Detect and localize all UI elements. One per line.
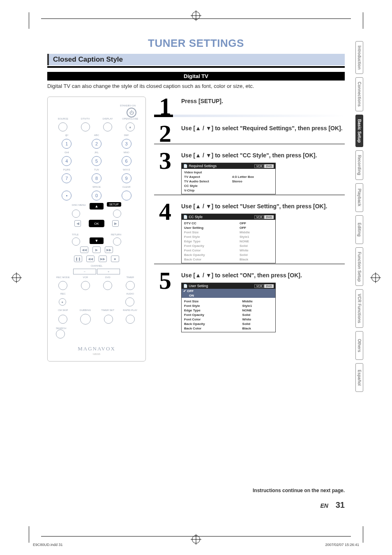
rec-icon: ● <box>59 298 66 306</box>
osd-row-label: CC Style <box>184 184 226 188</box>
page-title: TUNER SETTINGS <box>47 37 345 50</box>
osd-row-value: OFF <box>233 226 273 230</box>
step-number: 3 <box>154 151 176 194</box>
osd-tab-vcr: VCR <box>254 215 264 219</box>
setup-highlight: SETUP <box>107 202 121 207</box>
osd-cc-style: 📄 CC Style VCRDVD DTV CCOFF User Setting… <box>181 214 276 263</box>
osd-row-value <box>226 170 273 175</box>
osd-row-label: Font Size <box>184 299 236 304</box>
remote-button <box>56 329 65 339</box>
osd-row-label: Font Color <box>184 317 236 322</box>
step-instruction: Use [▲ / ▼] to select "CC Style", then p… <box>181 152 345 159</box>
section-underline <box>47 66 345 68</box>
osd-row-value: White <box>233 248 273 253</box>
num-blank <box>122 191 131 200</box>
osd-row-value: Style1 <box>236 304 278 308</box>
tuv-label: TUV <box>85 168 108 171</box>
vcr-label: VCR <box>75 276 96 279</box>
abc-label: ABC <box>85 134 108 136</box>
timerset-label: TIMER SET <box>97 309 118 311</box>
remote-button <box>58 122 67 131</box>
step-instruction: Use [▲ / ▼] to select "User Setting", th… <box>181 203 345 210</box>
dpad: DISC MENU SETUP ▲ ◀ OK ▶ ▼ TITLE RETURN <box>72 203 121 244</box>
osd-title: User Setting <box>189 284 208 288</box>
remote-illustration: STANDBY-ON SOURCE DTV/TV DISPLAY OPEN/CL… <box>47 97 146 362</box>
tab-espanol: Español <box>355 363 363 392</box>
osd-row-label: Back Opacity <box>184 253 233 257</box>
eject-icon: ▲ <box>126 122 135 131</box>
registration-mark <box>192 535 200 543</box>
rew-icon: ◀◀ <box>80 246 88 253</box>
num-6: 6 <box>122 156 131 166</box>
search-label: SEARCH <box>56 327 141 329</box>
ok-highlight: OK <box>89 220 104 227</box>
tab-vcr-functions: VCR Functions <box>355 289 363 328</box>
ch-up: + <box>97 269 120 274</box>
osd-row-value: Middle <box>236 299 278 304</box>
osd-row-label: Font Opacity <box>184 244 233 248</box>
osd-row-value: 4:3 Letter Box <box>226 175 273 179</box>
section-header: Closed Caption Style <box>47 54 345 65</box>
audio-label: AUDIO <box>120 292 141 295</box>
num-3: 3 <box>122 139 131 149</box>
remote-button <box>72 237 80 246</box>
remote-button <box>126 281 135 290</box>
timer-label: TIMER <box>120 276 141 279</box>
osd-row-label: Font Style <box>184 304 236 308</box>
num-2: 2 <box>92 139 101 149</box>
osd-row-value: Black <box>233 257 273 262</box>
num-4: 4 <box>62 156 71 166</box>
skipback-icon: ◀◀ <box>86 256 95 262</box>
osd-row-label: TV Audio Select <box>184 179 226 184</box>
right-arrow-icon: ▶ <box>112 220 119 227</box>
remote-button <box>126 315 135 324</box>
osd-row-label: Edge Type <box>184 308 236 313</box>
page-num-value: 31 <box>336 500 345 509</box>
step-instruction: Press [SETUP]. <box>181 97 345 105</box>
osd-row-value: Black <box>236 326 278 331</box>
step-number: 2 <box>154 124 176 143</box>
registration-mark <box>12 274 21 282</box>
recmode-label: REC MODE <box>53 276 74 279</box>
continue-note: Instructions continue on the next page. <box>253 488 345 493</box>
osd-row-value: Solid <box>233 244 273 248</box>
play-icon: ▶ <box>92 246 101 253</box>
crop-mark <box>29 12 37 29</box>
step-1: 1 Press [SETUP]. <box>154 97 345 116</box>
step-number: 1 <box>154 97 176 116</box>
osd-row-label: Edge Type <box>184 239 233 244</box>
osd-row-value: Middle <box>233 230 273 235</box>
divider <box>154 144 345 144</box>
num-8: 8 <box>92 173 101 183</box>
osd-title: Required Settings <box>189 164 217 168</box>
tab-recording: Recording <box>355 150 363 180</box>
discmenu-label: DISC MENU <box>72 204 86 206</box>
wxyz-label: WXYZ <box>115 168 138 171</box>
abc-label: @! <box>56 134 78 136</box>
registration-mark <box>371 274 380 282</box>
osd-row-value: Solid <box>236 322 278 326</box>
osd-hl-on: ON <box>182 293 275 298</box>
mno-label: MNO <box>115 151 138 154</box>
digital-tv-bar: Digital TV <box>47 72 345 81</box>
remote-button <box>125 297 134 306</box>
osd-tab-vcr: VCR <box>254 164 264 168</box>
osd-title: CC Style <box>189 215 203 219</box>
left-arrow-icon: ◀ <box>74 220 81 227</box>
ghi-label: GHI <box>56 151 78 154</box>
osd-row-value: NONE <box>236 308 278 313</box>
step-instruction: Use [▲ / ▼] to select "ON", then press [… <box>181 272 345 279</box>
intro-text: Digital TV can also change the style of … <box>47 83 345 89</box>
tab-function-setup: Function Setup <box>355 247 363 286</box>
openclose-label: OPEN/CLOSE <box>120 117 141 120</box>
osd-row-value: Solid <box>233 253 273 257</box>
num-1: 1 <box>62 139 71 149</box>
remote-button <box>58 315 67 324</box>
tab-basic-setup: Basic Setup <box>355 115 363 147</box>
power-icon <box>127 108 136 117</box>
osd-tab-vcr: VCR <box>254 284 264 288</box>
rapidplay-label: RAPID PLAY <box>120 309 141 311</box>
page-lang: EN <box>320 502 328 509</box>
osd-tab-dvd: DVD <box>264 215 274 219</box>
num-9: 9 <box>122 173 131 183</box>
